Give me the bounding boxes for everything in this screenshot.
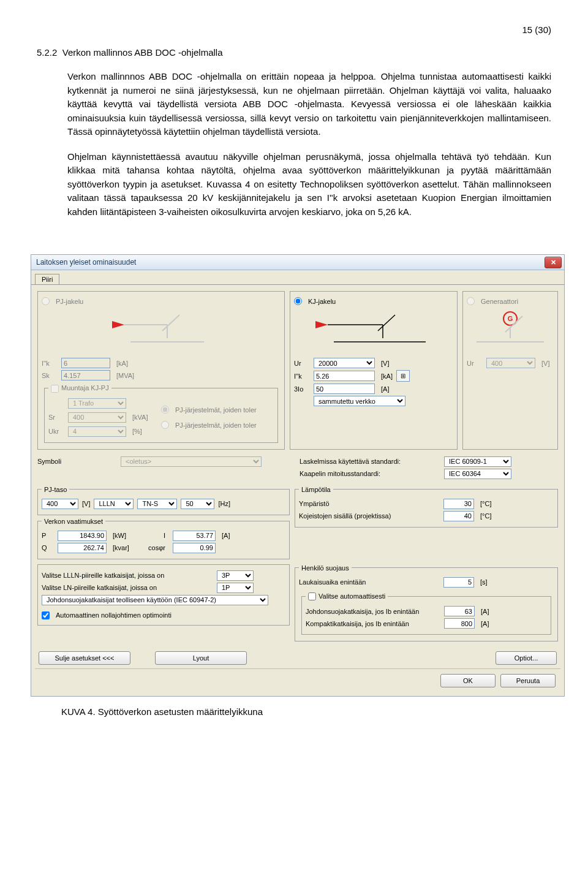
kj-3io-input[interactable] [314, 384, 375, 394]
close-icon[interactable]: ✕ [545, 257, 562, 268]
kj-iik-label: I''k [294, 373, 310, 380]
auto-select-fieldset: Valitse automaattisesti Johdonsuojakatka… [301, 592, 551, 635]
pj-sk-input[interactable] [61, 370, 110, 380]
pjtaso-freq-unit: [Hz] [218, 500, 230, 507]
symboli-select[interactable]: <oletus> [121, 456, 262, 467]
kj-diagram [294, 307, 453, 356]
i-unit: [A] [222, 532, 230, 539]
p-input[interactable] [58, 531, 107, 541]
pjtaso-freq-select[interactable]: 50 [181, 499, 214, 509]
trafo-count-select[interactable]: 1 Trafo [68, 398, 126, 409]
kj-ur-label: Ur [294, 360, 310, 367]
lampotila-legend: Lämpötila [299, 486, 333, 493]
cos-input[interactable] [173, 543, 216, 553]
gen-ur-label: Ur [467, 360, 483, 367]
pjtaso-voltage-select[interactable]: 400 [42, 499, 78, 509]
pjtaso-fieldset: PJ-taso 400 [V] LLLN TN-S 50 [Hz] [37, 486, 290, 515]
svg-line-8 [378, 315, 395, 331]
calc-std-select[interactable]: IEC 60909-1 [444, 456, 511, 467]
close-settings-button[interactable]: Sulje asetukset <<< [39, 651, 130, 665]
verkon-fieldset: Verkon vaatimukset P [kW] I [A] Q [kvar]… [37, 518, 290, 559]
breaker-app-select[interactable]: Johdonsuojakatkaisijat teolliseen käyttö… [42, 595, 268, 605]
ok-button[interactable]: OK [440, 674, 496, 687]
mccb-input[interactable] [444, 618, 475, 629]
pj-radio[interactable] [42, 297, 50, 305]
llln-select[interactable]: 3P [217, 570, 254, 581]
dialog-title: Laitoksen yleiset ominaisuudet [36, 258, 136, 267]
pj-sk-label: Sk [42, 372, 58, 379]
i-input[interactable] [173, 531, 216, 541]
trip-unit: [s] [480, 578, 488, 586]
sr-select[interactable]: 400 [68, 412, 126, 423]
kj-3io-label: 3Io [294, 385, 310, 393]
page-number: 15 (30) [37, 25, 551, 35]
kj-iik-input[interactable] [314, 371, 375, 381]
auto-select-legend: Valitse automaattisesti [318, 592, 385, 600]
tab-piiri[interactable]: Piiri [35, 274, 59, 284]
grid-icon[interactable]: ⊞ [396, 370, 410, 382]
henkilo-fieldset: Henkilö suojaus Laukaisuaika enintään [s… [295, 564, 558, 642]
pjtaso-phases-select[interactable]: LLLN [94, 499, 134, 509]
ln-select[interactable]: 1P [217, 583, 254, 593]
trip-label: Laukaisuaika enintään [299, 578, 440, 586]
mcb-input[interactable] [444, 606, 475, 616]
breakers-fieldset: Valitse LLLN-piireille katkaisijat, jois… [37, 564, 290, 626]
kj-ntype-select[interactable]: sammutettu verkko [314, 396, 405, 406]
koj-unit: [°C] [480, 512, 491, 520]
auto-neutral-label: Automaattinen nollajohtimen optimointi [56, 611, 172, 619]
trip-input[interactable] [443, 577, 474, 588]
pj-opt1-label: PJ-järjestelmät, joiden toler [175, 406, 257, 414]
dialog-titlebar: Laitoksen yleiset ominaisuudet ✕ [31, 255, 564, 270]
layout-button[interactable]: Lyout [155, 651, 247, 665]
ymp-unit: [°C] [480, 500, 491, 507]
pjtaso-v-unit: [V] [82, 500, 90, 507]
gen-ur-select[interactable]: 400 [486, 358, 535, 368]
i-label: I [141, 532, 165, 539]
gen-ur-unit: [V] [541, 360, 549, 367]
q-unit: [kvar] [113, 544, 137, 551]
cable-std-label: Kaapelin mitoitusstandardi: [300, 470, 440, 477]
svg-marker-5 [315, 321, 328, 328]
svg-line-3 [162, 315, 179, 331]
calc-std-label: Laskelmissa käytettävä standardi: [300, 458, 440, 465]
ukr-select[interactable]: 4 [68, 426, 126, 437]
section-heading: 5.2.2 Verkon mallinnos ABB DOC -ohjelmal… [37, 47, 551, 58]
kj-3io-unit: [A] [381, 385, 389, 393]
pj-opt1-radio[interactable] [161, 406, 169, 414]
gen-radio[interactable] [467, 297, 475, 305]
gen-diagram: G [467, 307, 554, 356]
pj-diagram [42, 307, 281, 356]
kj-radio[interactable] [294, 297, 302, 305]
settings-dialog: Laitoksen yleiset ominaisuudet ✕ Piiri P… [31, 254, 565, 697]
mcb-label: Johdonsuojakatkaisija, jos Ib enintään [306, 608, 440, 615]
svg-marker-0 [112, 321, 124, 328]
pjtaso-earth-select[interactable]: TN-S [137, 499, 177, 509]
sr-label: Sr [48, 414, 64, 421]
pj-fieldset: PJ-jakelu I''k [kA] [37, 291, 285, 450]
gen-fieldset: Generaattori G Ur 400 [V] [462, 291, 558, 450]
svg-text:G: G [508, 315, 513, 322]
koj-input[interactable] [443, 511, 474, 521]
pj-opt2-radio[interactable] [161, 421, 169, 429]
kj-fieldset: KJ-jakelu Ur 20000 [V] [290, 291, 458, 450]
p-label: P [42, 532, 54, 539]
options-button[interactable]: Optiot... [496, 651, 557, 665]
auto-select-check[interactable] [308, 592, 316, 600]
q-input[interactable] [58, 543, 107, 553]
section-number: 5.2.2 [37, 47, 57, 58]
ymp-label: Ympäristö [299, 500, 440, 507]
cancel-button[interactable]: Peruuta [500, 674, 556, 687]
kj-ur-select[interactable]: 20000 [314, 358, 375, 368]
paragraph-1: Verkon mallinnnos ABB DOC -ohjelmalla on… [67, 70, 551, 139]
trafo-check[interactable] [51, 385, 59, 393]
mccb-label: Kompaktikatkaisija, jos Ib enintään [306, 620, 440, 627]
cable-std-select[interactable]: IEC 60364 [444, 469, 511, 479]
pj-sk-unit: [MVA] [116, 372, 134, 379]
auto-neutral-check[interactable] [42, 611, 50, 619]
ukr-label: Ukr [48, 428, 64, 435]
figure-caption: KUVA 4. Syöttöverkon asetusten määrittel… [61, 706, 588, 717]
lampotila-fieldset: Lämpötila Ympäristö [°C] Kojeistojen sis… [295, 486, 558, 528]
pj-iik-input[interactable] [61, 358, 110, 368]
ymp-input[interactable] [443, 499, 474, 509]
pjtaso-legend: PJ-taso [42, 486, 69, 493]
